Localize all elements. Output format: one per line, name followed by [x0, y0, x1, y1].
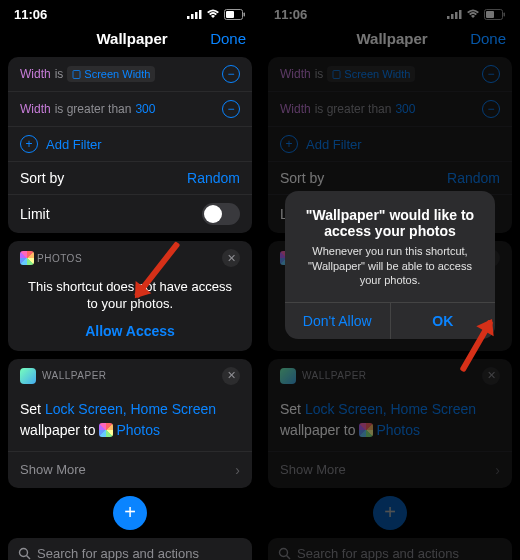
search-icon: [18, 547, 31, 560]
filter-op: is: [55, 67, 64, 81]
filter-op: is greater than: [55, 102, 132, 116]
remove-filter-icon[interactable]: −: [222, 100, 240, 118]
page-title: Wallpaper: [54, 30, 210, 47]
limit-row: Limit: [8, 195, 252, 233]
photos-icon: [99, 423, 113, 437]
wifi-icon: [206, 9, 220, 19]
photos-app-icon: [20, 251, 34, 265]
plus-icon: +: [20, 135, 38, 153]
access-message: This shortcut does not have access to yo…: [28, 279, 232, 313]
close-icon[interactable]: ✕: [222, 249, 240, 267]
set-wallpaper-row[interactable]: Set Lock Screen, Home Screen wallpaper t…: [8, 389, 252, 451]
svg-rect-1: [191, 14, 194, 19]
dont-allow-button[interactable]: Don't Allow: [285, 303, 390, 339]
screen-width-icon: [72, 70, 81, 79]
filter-row-2[interactable]: Width is greater than 300 −: [8, 92, 252, 127]
app-label: PHOTOS: [37, 253, 82, 264]
search-placeholder: Search for apps and actions: [37, 546, 199, 560]
svg-rect-5: [226, 11, 234, 18]
svg-rect-0: [187, 16, 190, 19]
svg-point-8: [20, 548, 28, 556]
remove-filter-icon[interactable]: −: [222, 65, 240, 83]
sort-value: Random: [187, 170, 240, 186]
status-icons: [187, 9, 246, 20]
allow-access-button[interactable]: Allow Access: [28, 323, 232, 339]
svg-rect-2: [195, 12, 198, 19]
dialog-message: Whenever you run this shortcut, "Wallpap…: [299, 244, 481, 289]
signal-icon: [187, 9, 202, 19]
svg-rect-6: [244, 12, 246, 16]
filter-field: Width: [20, 102, 51, 116]
filter-value: 300: [135, 102, 155, 116]
svg-rect-3: [199, 10, 202, 19]
filter-row-1[interactable]: Width is Screen Width −: [8, 57, 252, 92]
wallpaper-app-icon: [20, 368, 36, 384]
dialog-buttons: Don't Allow OK: [285, 302, 495, 339]
photos-card: PHOTOS ✕ This shortcut does not have acc…: [8, 241, 252, 351]
status-bar: 11:06: [0, 0, 260, 24]
dialog-title: "Wallpaper" would like to access your ph…: [299, 207, 481, 239]
wallpaper-card: WALLPAPER ✕ Set Lock Screen, Home Screen…: [8, 359, 252, 488]
card-header: PHOTOS ✕: [8, 241, 252, 271]
left-screenshot: 11:06 Wallpaper Done Width is Screen Wid…: [0, 0, 260, 560]
limit-toggle[interactable]: [202, 203, 240, 225]
card-header: WALLPAPER ✕: [8, 359, 252, 389]
add-filter-row[interactable]: + Add Filter: [8, 127, 252, 162]
time: 11:06: [14, 7, 47, 22]
svg-line-9: [27, 555, 31, 559]
done-button[interactable]: Done: [210, 30, 246, 47]
nav-bar: Wallpaper Done: [0, 24, 260, 57]
limit-label: Limit: [20, 206, 50, 222]
chevron-right-icon: ›: [235, 462, 240, 478]
app-label: WALLPAPER: [42, 370, 107, 381]
add-action-button[interactable]: +: [113, 496, 147, 530]
card-body: This shortcut does not have access to yo…: [8, 271, 252, 351]
right-screenshot: 11:06 Wallpaper Done WidthisScreen Width…: [260, 0, 520, 560]
search-bar[interactable]: Search for apps and actions: [8, 538, 252, 560]
filter-card: Width is Screen Width − Width is greater…: [8, 57, 252, 233]
filter-field: Width: [20, 67, 51, 81]
battery-icon: [224, 9, 246, 20]
permission-dialog: "Wallpaper" would like to access your ph…: [285, 191, 495, 340]
add-filter-label: Add Filter: [46, 137, 102, 152]
filter-value-tag: Screen Width: [67, 66, 155, 82]
close-icon[interactable]: ✕: [222, 367, 240, 385]
sort-by-row[interactable]: Sort by Random: [8, 162, 252, 195]
show-more-button[interactable]: Show More ›: [8, 451, 252, 488]
sort-label: Sort by: [20, 170, 64, 186]
permission-dialog-backdrop: "Wallpaper" would like to access your ph…: [260, 0, 520, 560]
svg-rect-7: [73, 70, 80, 78]
